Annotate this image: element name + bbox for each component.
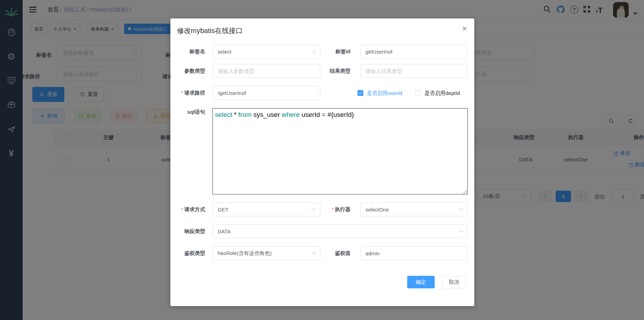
path-input[interactable]	[212, 86, 320, 100]
auth-type-select[interactable]: hasRole(含有这些角色)	[212, 246, 320, 260]
dialog-close-icon[interactable]: ✕	[462, 25, 467, 33]
tag-id-input[interactable]	[360, 45, 468, 58]
required-mark: *	[181, 90, 183, 96]
required-mark: *	[332, 206, 334, 212]
enable-deptid-label[interactable]: 是否启用deptId	[425, 90, 460, 97]
tag-name-label: 标签名	[190, 45, 205, 58]
required-mark: *	[181, 206, 183, 212]
param-type-label: 参数类型	[184, 64, 205, 78]
path-label: 请求路径	[184, 90, 205, 96]
chevron-down-icon	[312, 206, 316, 211]
chevron-down-icon	[312, 250, 316, 255]
enable-userid-checkbox[interactable]	[357, 90, 363, 96]
method-label: 请求方式	[184, 206, 205, 212]
tag-name-select[interactable]: select	[212, 45, 320, 58]
enable-userid-label[interactable]: 是否启用userId	[367, 90, 402, 97]
tag-id-label: 标签id	[336, 45, 351, 58]
param-type-input[interactable]	[212, 64, 320, 78]
chevron-down-icon	[459, 206, 464, 211]
auth-type-label: 鉴权类型	[184, 246, 205, 260]
auth-value-label: 鉴权值	[335, 246, 351, 260]
cancel-button[interactable]: 取消	[442, 276, 466, 288]
sql-label: sql语句	[187, 108, 205, 116]
result-type-label: 结果类型	[330, 64, 351, 78]
chevron-down-icon	[312, 48, 316, 53]
enable-deptid-checkbox[interactable]	[415, 90, 421, 96]
dialog-title: 修改mybatis在线接口	[177, 26, 243, 35]
method-select[interactable]: GET	[212, 202, 320, 216]
auth-value-input[interactable]	[360, 246, 468, 260]
resize-handle[interactable]	[463, 190, 467, 194]
app-root: ⚙ ¥	[0, 0, 644, 320]
executor-label: 执行器	[335, 206, 351, 212]
edit-dialog: 修改mybatis在线接口 ✕ 标签名 select 标签id 参数类型 结果类…	[170, 18, 474, 306]
executor-select[interactable]: selectOne	[360, 202, 468, 216]
chevron-down-icon	[459, 228, 464, 233]
resp-type-label: 响应类型	[184, 224, 205, 238]
sql-text: select * from sys_user where userId = #{…	[215, 110, 465, 119]
confirm-button[interactable]: 确定	[407, 276, 435, 288]
result-type-input[interactable]	[360, 64, 468, 78]
resp-type-select[interactable]: DATA	[212, 224, 468, 238]
sql-editor[interactable]: select * from sys_user where userId = #{…	[212, 108, 468, 194]
